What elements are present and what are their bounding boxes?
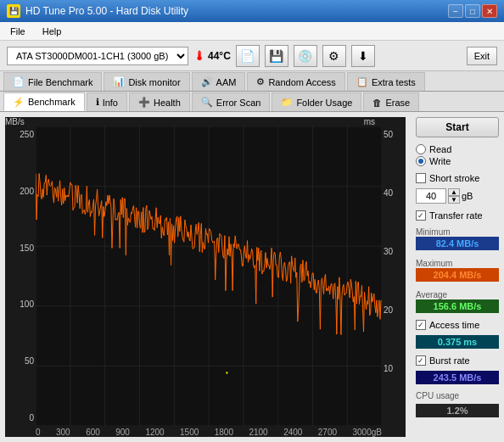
error-scan-icon: 🔍: [201, 97, 213, 108]
maximum-label: Maximum: [416, 259, 499, 268]
access-time-value: 0.375 ms: [416, 335, 499, 349]
erase-icon: 🗑: [372, 98, 382, 108]
write-radio-item[interactable]: Write: [416, 156, 499, 166]
thermometer-icon: 🌡: [193, 49, 205, 63]
menu-bar: File Help: [0, 22, 504, 41]
maximum-stat: Maximum 204.4 MB/s: [416, 259, 499, 285]
tab-extra-tests[interactable]: 📋 Extra tests: [347, 72, 425, 91]
minimum-stat: Minimum 82.4 MB/s: [416, 227, 499, 254]
tab-folder-usage[interactable]: 📁 Folder Usage: [272, 92, 361, 111]
access-time-label: Access time: [429, 320, 479, 330]
cpu-usage-value: 1.2%: [416, 404, 499, 417]
average-stat: Average 156.6 MB/s: [416, 290, 499, 316]
aam-icon: 🔊: [201, 76, 213, 87]
transfer-rate-checkbox[interactable]: ✓: [416, 210, 426, 221]
burst-rate-checkbox-item[interactable]: ✓ Burst rate: [416, 355, 499, 366]
short-stroke-label: Short stroke: [429, 173, 479, 183]
y-axis-left: 250 200 150 100 50 0: [5, 126, 36, 426]
cpu-usage-label: CPU usage: [416, 391, 499, 400]
toolbar-btn-4[interactable]: ⚙: [322, 45, 346, 67]
folder-usage-icon: 📁: [281, 97, 293, 108]
chart-canvas-container: [36, 126, 382, 426]
short-stroke-checkbox-item[interactable]: Short stroke: [416, 173, 499, 183]
tab-aam[interactable]: 🔊 AAM: [192, 72, 246, 91]
info-icon: ℹ: [96, 97, 99, 108]
main-content: MB/s ms 250 200 150 100 50 0 50 40 30 2: [0, 112, 504, 442]
benchmark-icon: ⚡: [13, 97, 25, 108]
tabs-row-1: 📄 File Benchmark 📊 Disk monitor 🔊 AAM ⚙ …: [0, 71, 504, 92]
tab-random-access[interactable]: ⚙ Random Access: [247, 72, 344, 91]
toolbar-btn-1[interactable]: 📄: [236, 45, 260, 67]
random-access-icon: ⚙: [256, 76, 265, 87]
access-time-checkbox[interactable]: ✓: [416, 320, 426, 330]
start-button[interactable]: Start: [416, 117, 499, 137]
title-text: HD Tune Pro 5.00 - Hard Disk Utility: [25, 5, 188, 17]
tabs-row-2: ⚡ Benchmark ℹ Info ➕ Health 🔍 Error Scan…: [0, 92, 504, 112]
spin-up[interactable]: ▲: [448, 188, 460, 196]
spinbox-gb: 40 ▲ ▼ gB: [416, 188, 499, 204]
benchmark-chart: [36, 126, 382, 426]
exit-button[interactable]: Exit: [467, 47, 497, 65]
file-benchmark-icon: 📄: [13, 76, 25, 87]
title-bar: 💾 HD Tune Pro 5.00 - Hard Disk Utility −…: [0, 0, 504, 22]
read-radio[interactable]: [416, 144, 426, 154]
tab-disk-monitor[interactable]: 📊 Disk monitor: [104, 72, 189, 91]
menu-help[interactable]: Help: [39, 25, 65, 37]
short-stroke-checkbox[interactable]: [416, 173, 426, 183]
y-axis-label-mbs: MB/s: [5, 117, 25, 126]
write-label: Write: [429, 156, 451, 166]
spinbox-arrows: ▲ ▼: [448, 188, 460, 204]
tab-file-benchmark[interactable]: 📄 File Benchmark: [3, 72, 102, 91]
maximize-button[interactable]: □: [465, 4, 480, 18]
tab-benchmark[interactable]: ⚡ Benchmark: [3, 92, 85, 111]
tab-erase[interactable]: 🗑 Erase: [363, 92, 419, 111]
health-icon: ➕: [138, 97, 150, 108]
average-label: Average: [416, 290, 499, 299]
read-radio-item[interactable]: Read: [416, 144, 499, 154]
chart-area: MB/s ms 250 200 150 100 50 0 50 40 30 2: [5, 117, 406, 437]
toolbar: ATA ST3000DM001-1CH1 (3000 gB) 🌡 44°C 📄 …: [0, 41, 504, 71]
temperature-display: 🌡 44°C: [193, 49, 231, 63]
toolbar-btn-3[interactable]: 💿: [294, 45, 317, 67]
tab-error-scan[interactable]: 🔍 Error Scan: [192, 92, 271, 111]
access-time-checkbox-item[interactable]: ✓ Access time: [416, 320, 499, 330]
chart-x-axis: 0 300 600 900 1200 1500 1800 2100 2400 2…: [5, 426, 406, 437]
tab-health[interactable]: ➕ Health: [129, 92, 190, 111]
y-axis-label-ms: ms: [364, 117, 375, 126]
burst-rate-value: 243.5 MB/s: [416, 371, 499, 384]
average-value: 156.6 MB/s: [416, 299, 499, 313]
transfer-rate-checkbox-item[interactable]: ✓ Transfer rate: [416, 210, 499, 221]
minimum-value: 82.4 MB/s: [416, 237, 499, 250]
window-controls[interactable]: − □ ✕: [448, 4, 497, 18]
read-label: Read: [429, 144, 451, 154]
toolbar-btn-2[interactable]: 💾: [265, 45, 288, 67]
close-button[interactable]: ✕: [482, 4, 497, 18]
chart-middle: 250 200 150 100 50 0 50 40 30 20 10: [5, 126, 406, 426]
tab-info[interactable]: ℹ Info: [87, 92, 127, 111]
write-radio[interactable]: [416, 156, 426, 166]
burst-rate-label: Burst rate: [429, 355, 470, 366]
spin-down[interactable]: ▼: [448, 196, 460, 204]
burst-rate-checkbox[interactable]: ✓: [416, 355, 426, 366]
minimize-button[interactable]: −: [448, 4, 463, 18]
disk-monitor-icon: 📊: [113, 76, 125, 87]
spinbox-value[interactable]: 40: [416, 188, 446, 204]
maximum-value: 204.4 MB/s: [416, 268, 499, 282]
temperature-value: 44°C: [208, 50, 231, 62]
app-icon: 💾: [7, 4, 20, 18]
transfer-rate-label: Transfer rate: [429, 210, 483, 221]
right-panel: Start Read Write Short stroke 40 ▲ ▼ gB: [411, 112, 504, 442]
chart-top-labels: MB/s ms: [5, 117, 406, 126]
mode-radio-group: Read Write: [416, 144, 499, 166]
spinbox-unit: gB: [462, 191, 473, 201]
minimum-label: Minimum: [416, 227, 499, 237]
drive-select[interactable]: ATA ST3000DM001-1CH1 (3000 gB): [7, 47, 188, 65]
toolbar-btn-5[interactable]: ⬇: [351, 45, 375, 67]
y-axis-right: 50 40 30 20 10: [382, 126, 406, 426]
extra-tests-icon: 📋: [356, 76, 368, 87]
menu-file[interactable]: File: [7, 25, 29, 37]
